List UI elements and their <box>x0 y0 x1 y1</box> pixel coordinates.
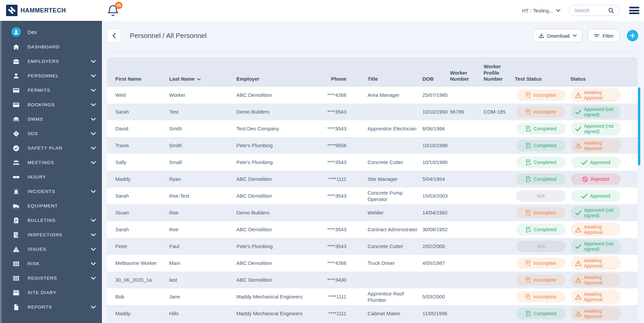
sidebar-scrollbar[interactable] <box>0 21 2 323</box>
column-header-status[interactable]: Status <box>570 76 624 82</box>
filter-button[interactable]: Filter <box>588 29 619 42</box>
table-row[interactable]: WedWorkerABC Demolition****4266Area Mana… <box>107 87 638 104</box>
sidebar-item-personnel[interactable]: PERSONNEL <box>0 69 102 83</box>
chevron-down-icon[interactable] <box>91 190 96 193</box>
sidebar-user[interactable]: Des <box>0 24 102 40</box>
chevron-down-icon[interactable] <box>91 60 96 63</box>
test-status-badge[interactable]: Incomplete <box>516 89 566 101</box>
table-row[interactable]: DavidSmithTest Des Company****3543Appren… <box>107 120 638 137</box>
chevron-down-icon[interactable] <box>91 233 96 237</box>
sidebar-item-risk[interactable]: RISK <box>0 256 102 271</box>
sidebar-item-site-diary[interactable]: SITE DIARY <box>0 285 102 300</box>
test-status-badge[interactable]: N/A <box>516 190 566 202</box>
status-badge[interactable]: Awaiting Approval <box>571 273 620 287</box>
column-header-worker-number[interactable]: Worker Number <box>450 70 484 83</box>
status-badge[interactable]: Awaiting Approval <box>571 307 620 320</box>
sidebar-item-issues[interactable]: ISSUES <box>0 242 102 256</box>
test-status-badge[interactable]: Completed <box>516 308 566 319</box>
chevron-down-icon[interactable] <box>91 147 96 150</box>
table-row[interactable]: StuartRoeDemo BuildersWelder14/04/1982In… <box>107 204 638 221</box>
column-header-test-status[interactable]: Test Status <box>515 76 570 82</box>
chevron-down-icon[interactable] <box>91 219 96 222</box>
sidebar-item-reports[interactable]: REPORTS <box>0 300 102 314</box>
chevron-down-icon[interactable] <box>91 248 96 251</box>
table-row[interactable]: BobJaneMaddy Mechanical Engineers****111… <box>107 288 638 305</box>
status-badge[interactable]: Rejected <box>571 173 620 185</box>
sidebar-item-registers[interactable]: REGISTERS <box>0 271 102 285</box>
table-row[interactable]: MaddyRyanABC Demolition****1111Site Mana… <box>107 171 638 188</box>
chevron-down-icon[interactable] <box>91 306 96 309</box>
status-badge[interactable]: Awaiting Approval <box>571 223 620 236</box>
test-status-badge[interactable]: Completed <box>516 123 566 134</box>
test-status-badge[interactable]: Completed <box>516 140 566 151</box>
table-row[interactable]: SarahRoe-TestABC Demolition****3543Concr… <box>107 188 638 204</box>
status-badge[interactable]: Approved (not signed) <box>571 122 620 135</box>
notifications-button[interactable]: 25 <box>107 4 121 18</box>
sidebar-item-sds[interactable]: SDS <box>0 126 102 141</box>
sidebar-item-swms[interactable]: SWMS <box>0 112 102 126</box>
status-badge[interactable]: Approved <box>571 190 620 202</box>
search-icon[interactable] <box>608 7 614 14</box>
table-scrollbar-thumb[interactable] <box>638 87 640 165</box>
add-personnel-button[interactable] <box>627 30 638 41</box>
chevron-down-icon[interactable] <box>91 277 96 280</box>
search-input[interactable] <box>574 8 608 13</box>
status-badge[interactable]: Awaiting Approval <box>571 88 620 102</box>
hammertech-logo[interactable]: HAMMERTECH <box>6 5 66 16</box>
sidebar-item-safety-plan[interactable]: SAFETY PLAN <box>0 141 102 155</box>
column-header-employer[interactable]: Employer <box>236 76 317 82</box>
chevron-down-icon[interactable] <box>91 161 96 164</box>
sidebar-item-employers[interactable]: EMPLOYERS <box>0 54 102 69</box>
status-badge[interactable]: Approved (not signed) <box>571 105 620 119</box>
table-row[interactable]: PeterPaulPete's Plumbing****3543Concrete… <box>107 238 638 255</box>
test-status-badge[interactable]: Incomplete <box>516 106 566 118</box>
sidebar-item-equipment[interactable]: EQUIPMENT <box>0 199 102 213</box>
sidebar-item-permits[interactable]: PERMITS <box>0 83 102 97</box>
table-row[interactable]: SarahTestDemo Builders****354310/10/1990… <box>107 104 638 120</box>
test-status-badge[interactable]: N/A <box>516 241 566 252</box>
column-header-title[interactable]: Title <box>359 76 422 82</box>
download-button[interactable]: Download <box>533 29 582 42</box>
status-badge[interactable]: Approved (not signed) <box>571 240 620 253</box>
column-header-dob[interactable]: DOB <box>422 76 450 82</box>
sidebar-item-injury[interactable]: INJURY <box>0 170 102 184</box>
test-status-badge[interactable]: Completed <box>516 157 566 168</box>
column-header-phone[interactable]: Phone <box>317 76 359 82</box>
org-selector-dropdown[interactable]: HT - Testing... <box>522 8 561 13</box>
status-badge[interactable]: Awaiting Approval <box>571 256 620 270</box>
chevron-down-icon[interactable] <box>91 262 96 266</box>
back-button[interactable] <box>107 29 121 43</box>
table-row[interactable]: SallySmallPete's Plumbing****3543Concret… <box>107 154 638 171</box>
column-header-last-name[interactable]: Last Name <box>169 76 236 82</box>
status-badge[interactable]: Awaiting Approval <box>571 139 620 152</box>
sidebar-item-incidents[interactable]: INCIDENTS <box>0 184 102 199</box>
column-header-worker-profile-number[interactable]: Worker Profile Number <box>484 64 515 82</box>
status-badge[interactable]: Approved <box>571 157 620 168</box>
table-row[interactable]: Melbourne WorkerManiABC Demolition****42… <box>107 255 638 272</box>
table-row[interactable]: MaddyHillsMaddy Mechanical Engineers****… <box>107 305 638 322</box>
sidebar-item-bulletins[interactable]: BULLETINS <box>0 213 102 228</box>
sidebar-item-inspections[interactable]: INSPECTIONS <box>0 228 102 242</box>
sidebar-item-bookings[interactable]: BOOKINGS <box>0 97 102 112</box>
test-status-badge[interactable]: Incomplete <box>516 274 566 286</box>
status-badge[interactable]: Awaiting Approval <box>571 290 620 304</box>
test-status-badge[interactable]: Completed <box>516 173 566 185</box>
test-status-badge[interactable]: Incomplete <box>516 291 566 302</box>
table-row[interactable]: TravisSmithPete's Plumbing****955610/10/… <box>107 137 638 154</box>
sidebar-item-meetings[interactable]: MEETINGS <box>0 155 102 170</box>
chevron-down-icon[interactable] <box>91 132 96 135</box>
test-status-badge[interactable]: Incomplete <box>516 207 566 218</box>
chevron-down-icon[interactable] <box>91 118 96 121</box>
chevron-down-icon[interactable] <box>91 74 96 78</box>
chevron-down-icon[interactable] <box>91 103 96 107</box>
test-status-badge[interactable]: Completed <box>516 224 566 235</box>
table-row[interactable]: 30_06_2020_1alastABC Demolition****3430I… <box>107 272 638 288</box>
column-header-first-name[interactable]: First Name <box>107 76 169 82</box>
sidebar-item-dashboard[interactable]: DASHBOARD <box>0 40 102 54</box>
menu-icon[interactable] <box>629 7 639 14</box>
table-row[interactable]: SarahRoeABC Demolition****3543Contract A… <box>107 221 638 238</box>
search-box[interactable] <box>569 5 620 16</box>
status-badge[interactable]: Approved (not signed) <box>571 206 620 219</box>
test-status-badge[interactable]: Incomplete <box>516 257 566 269</box>
chevron-down-icon[interactable] <box>91 89 96 92</box>
